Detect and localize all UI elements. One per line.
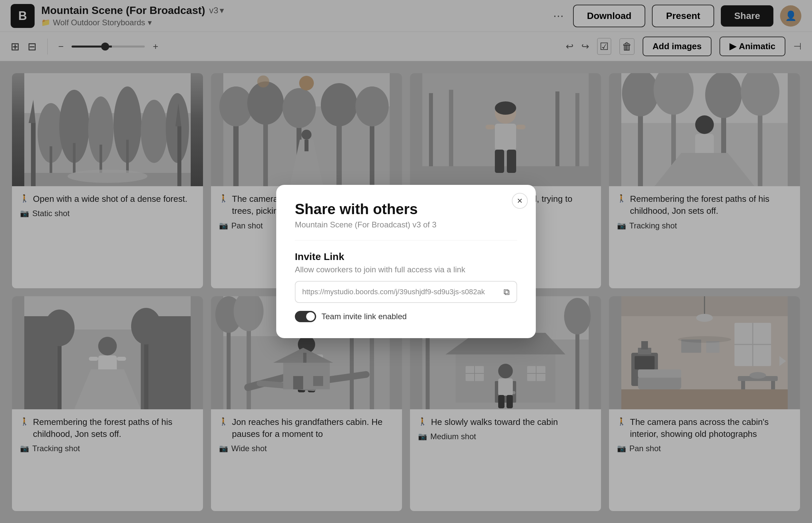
modal-title: Share with others bbox=[295, 201, 517, 217]
share-modal: × Share with others Mountain Scene (For … bbox=[276, 185, 536, 338]
modal-divider bbox=[295, 240, 517, 240]
modal-close-button[interactable]: × bbox=[512, 193, 528, 209]
toggle-row: Team invite link enabled bbox=[295, 311, 517, 322]
invite-link-input[interactable] bbox=[295, 282, 497, 302]
invite-link-title: Invite Link bbox=[295, 251, 517, 262]
invite-link-toggle[interactable] bbox=[295, 311, 316, 322]
copy-link-button[interactable]: ⧉ bbox=[497, 283, 517, 301]
toggle-knob bbox=[306, 312, 315, 321]
copy-icon: ⧉ bbox=[503, 287, 510, 297]
invite-link-row: ⧉ bbox=[295, 281, 517, 303]
toggle-label: Team invite link enabled bbox=[322, 312, 407, 321]
modal-overlay[interactable]: × Share with others Mountain Scene (For … bbox=[0, 0, 812, 523]
invite-link-desc: Allow coworkers to join with full access… bbox=[295, 265, 517, 274]
modal-subtitle: Mountain Scene (For Broadcast) v3 of 3 bbox=[295, 220, 517, 230]
